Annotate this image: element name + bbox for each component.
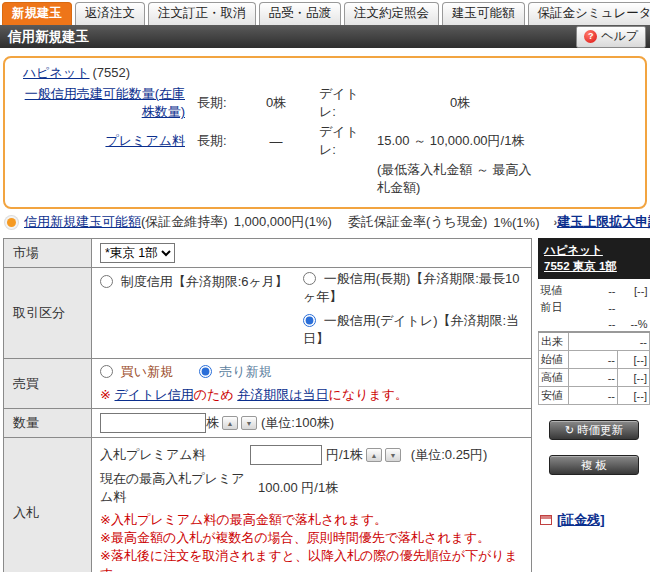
possible-amount-sub: (保証金維持率) (141, 214, 228, 229)
market-label: 市場 (4, 239, 92, 267)
bid-current-value: 100.00 円/1株 (258, 479, 338, 497)
category-radio-general-long[interactable] (303, 272, 316, 285)
sellable-quantity-link[interactable]: 一般信用売建可能数量(在庫株数量) (25, 86, 185, 119)
premium-daytrade-value: 15.00 ～ 10,000.00円/1株 (375, 122, 545, 160)
bid-step-note: (単位:0.25円) (411, 446, 488, 464)
top-tab-bar: 新規建玉 返済注文 注文訂正・取消 品受・品渡 注文約定照会 建玉可能額 保証金… (0, 0, 650, 25)
margin-rate-value: 1%(1%) (493, 215, 539, 230)
credit-new-position-page: 新規建玉 返済注文 注文訂正・取消 品受・品渡 注文約定照会 建玉可能額 保証金… (0, 0, 650, 572)
bid-note-2: ※最高金額の入札が複数名の場合、原則時間優先で落札されます。 (100, 529, 523, 547)
tab-repayment-order[interactable]: 返済注文 (75, 2, 145, 25)
sellable-daytrade-value: 0株 (375, 84, 545, 122)
orange-bullet-icon (7, 218, 16, 227)
help-button-label: ヘルプ (601, 28, 638, 45)
market-select[interactable]: *東京 1部 (100, 243, 175, 263)
quote-row-volume: 出来 -- (539, 332, 650, 351)
bid-premium-unit: 円/1株 (326, 446, 363, 464)
quote-row-current: 現値 -- [--] (539, 282, 650, 299)
side-row: 売買 買い新規 売り新規 ※ デイトレ信用のため 弁済期限は当日になりま (4, 359, 531, 409)
bid-premium-down-icon[interactable]: ▼ (385, 448, 401, 462)
stock-name-link[interactable]: ハピネット (23, 65, 90, 80)
category-row: 取引区分 制度信用【弁済期限:6ヶ月】 一般信用(長期)【弁済期限:最長10ヶ年… (4, 268, 531, 359)
refresh-icon: ↻ (565, 424, 574, 436)
long-term-label2: 長期: (187, 122, 235, 160)
quote-stock-name-link[interactable]: ハピネット (544, 244, 603, 256)
daytrade-label2: デイトレ: (317, 122, 375, 160)
page-title: 信用新規建玉 (8, 28, 89, 46)
quote-row-open: 始値 -- [--] (539, 351, 650, 369)
tab-margin-simulator[interactable]: 保証金シミュレーター (528, 2, 650, 25)
side-option-sell[interactable]: 売り新規 (199, 364, 272, 379)
side-radio-sell[interactable] (199, 365, 212, 378)
sellable-long-value: 0株 (235, 84, 317, 122)
quote-header: ハピネット 7552 東京 1部 (538, 238, 650, 279)
daytrade-note: ※ デイトレ信用のため 弁済期限は当日になります。 (100, 386, 523, 404)
premium-fee-link[interactable]: プレミアム料 (105, 133, 185, 148)
long-term-label: 長期: (187, 84, 235, 122)
bid-notes: ※入札プレミアム料の最高金額で落札されます。 ※最高金額の入札が複数名の場合、原… (100, 511, 523, 572)
stock-info-box: ハピネット(7552) 一般信用売建可能数量(在庫株数量) 長期: 0株 デイト… (3, 56, 647, 209)
tab-delivery[interactable]: 品受・品渡 (259, 2, 342, 25)
refresh-quote-button[interactable]: ↻時価更新 (549, 420, 639, 440)
bid-premium-input[interactable] (250, 445, 322, 465)
margin-rate-label: 委託保証金率(うち現金) (348, 213, 487, 231)
tab-new-position[interactable]: 新規建玉 (2, 2, 72, 25)
sellable-quantity-row: 一般信用売建可能数量(在庫株数量) 長期: 0株 デイトレ: 0株 (15, 84, 545, 122)
quantity-up-icon[interactable]: ▲ (222, 416, 238, 430)
premium-range-note: (最低落入札金額 ～ 最高入札金額) (375, 160, 545, 198)
repayment-deadline-link[interactable]: 弁済期限は当日 (237, 387, 328, 402)
bid-current-label: 現在の最高入札プレミアム料 (100, 470, 250, 506)
popup-window-icon (540, 515, 552, 525)
quote-row-low: 安値 -- [--] (539, 387, 650, 405)
tab-position-limit[interactable]: 建玉可能額 (442, 2, 525, 25)
market-row: 市場 *東京 1部 (4, 239, 531, 268)
side-option-buy[interactable]: 買い新規 (100, 364, 177, 379)
category-option-system[interactable]: 制度信用【弁済期限:6ヶ月】 (100, 274, 288, 289)
tab-order-execution-inquiry[interactable]: 注文約定照会 (344, 2, 439, 25)
category-option-general-long[interactable]: 一般信用(長期)【弁済期限:最長10ヶ年】 (303, 270, 523, 306)
category-label: 取引区分 (4, 268, 92, 358)
category-radio-system[interactable] (100, 275, 113, 288)
order-form: 市場 *東京 1部 取引区分 制度信用【弁済期限:6ヶ月】 (3, 238, 532, 572)
help-button[interactable]: ? ヘルプ (576, 26, 646, 48)
daytrade-label: デイトレ: (317, 84, 375, 122)
quote-row-change: -- --% (539, 316, 650, 332)
quote-table: 現値 -- [--] 前日 -- -- --% 出来 -- (538, 282, 650, 405)
tab-order-correct-cancel[interactable]: 注文訂正・取消 (148, 2, 256, 25)
quote-row-high: 高値 -- [--] (539, 369, 650, 387)
possible-amount-link[interactable]: 信用新規建玉可能額 (24, 214, 141, 229)
main-area: 市場 *東京 1部 取引区分 制度信用【弁済期限:6ヶ月】 (0, 238, 650, 572)
premium-long-value: ― (235, 122, 317, 160)
margin-summary-line: 信用新規建玉可能額(保証金維持率) 1,000,000円(1%) 委託保証金率(… (7, 213, 644, 231)
quantity-unit-note: (単位:100株) (261, 414, 334, 432)
category-option-general-daytrade[interactable]: 一般信用(デイトレ)【弁済期限:当日】 (303, 312, 523, 348)
daytrade-credit-link[interactable]: デイトレ信用 (115, 387, 194, 402)
bid-note-1: ※入札プレミアム料の最高金額で落札されます。 (100, 511, 523, 529)
possible-amount-value: 1,000,000円(1%) (234, 213, 332, 231)
side-radio-buy[interactable] (100, 365, 113, 378)
margin-balance-link[interactable]: [証金残] (557, 511, 605, 529)
quantity-unit: 株 (206, 414, 219, 432)
bid-label: 入札 (4, 438, 92, 572)
order-board-button[interactable]: 複 板 (549, 455, 639, 475)
quantity-row: 数量 株 ▲ ▼ (単位:100株) (4, 409, 531, 438)
margin-balance-line: [証金残] (540, 511, 650, 529)
premium-fee-row: プレミアム料 長期: ― デイトレ: 15.00 ～ 10,000.00円/1株 (15, 122, 545, 160)
availability-table: 一般信用売建可能数量(在庫株数量) 長期: 0株 デイトレ: 0株 プレミアム料… (15, 84, 545, 198)
quote-stock-code-link[interactable]: 7552 東京 1部 (544, 260, 617, 272)
bid-note-3: ※落札後に注文を取消されますと、以降入札の際の優先順位が下がります。 (100, 547, 523, 572)
title-bar: 信用新規建玉 ? ヘルプ (0, 25, 650, 48)
category-radio-general-daytrade[interactable] (303, 314, 316, 327)
quote-panel: ハピネット 7552 東京 1部 現値 -- [--] 前日 -- -- --% (538, 238, 650, 529)
bid-premium-up-icon[interactable]: ▲ (366, 448, 382, 462)
premium-range-row: (最低落入札金額 ～ 最高入札金額) (15, 160, 545, 198)
expand-limit-link[interactable]: 建玉上限拡大申請 (557, 214, 650, 229)
quantity-input[interactable] (100, 413, 206, 433)
bid-row: 入札 入札プレミアム料 円/1株 ▲ ▼ (単位:0.25円) 現在の最高入札プ… (4, 438, 531, 572)
quantity-down-icon[interactable]: ▼ (241, 416, 257, 430)
side-label: 売買 (4, 359, 92, 408)
help-icon: ? (584, 30, 597, 43)
stock-code: (7552) (93, 65, 131, 80)
quote-row-prevday: 前日 -- (539, 299, 650, 316)
quantity-label: 数量 (4, 409, 92, 437)
